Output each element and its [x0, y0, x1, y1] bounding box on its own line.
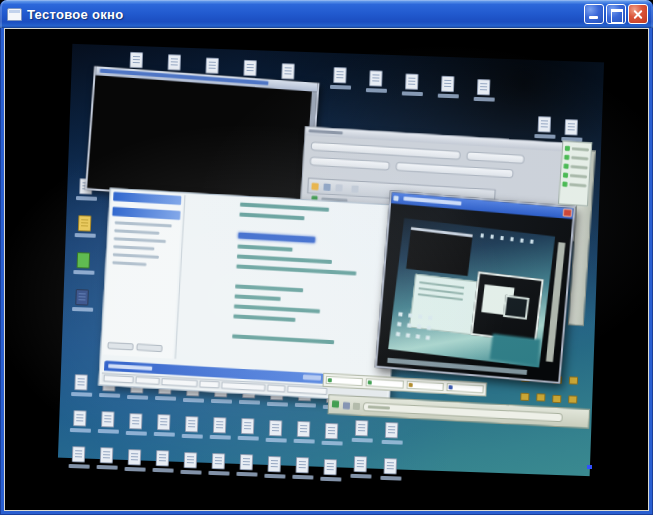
code-line: [239, 212, 304, 220]
recursive-test-window: [375, 190, 576, 384]
code-line: [233, 314, 295, 322]
toolbar-field: [466, 151, 524, 164]
recursive-icon-dot: [426, 336, 430, 340]
desktop-icon: [441, 76, 455, 92]
contact-name-blob: [571, 156, 588, 160]
desktop-icon: [568, 395, 577, 403]
selected-code-line: [238, 232, 315, 243]
recursive-nested-window: [470, 271, 543, 343]
desktop-icon: [184, 452, 198, 468]
statusbar-segment: [267, 384, 285, 392]
recursive-icon-dot: [520, 238, 523, 242]
maximize-button[interactable]: [606, 4, 626, 24]
desktop-icon: [536, 394, 545, 402]
recursive-icon-dot: [418, 314, 422, 318]
recursive-icon-dot: [428, 316, 432, 320]
desktop-icon: [129, 413, 143, 429]
desktop-icon: [405, 73, 419, 89]
ide-panel-header: [113, 192, 181, 205]
statusbar-segment: [103, 375, 133, 384]
contact-row: [565, 146, 589, 153]
app-window: Тестовое окно: [0, 0, 653, 515]
recursive-video-feed: [377, 203, 573, 381]
strip-segment: [406, 381, 444, 391]
strip-segment: [446, 383, 484, 393]
desktop-icon: [324, 458, 338, 474]
recursive-console-window: [406, 227, 473, 276]
recursive-icon-dot: [416, 334, 420, 338]
recursive-icon-dot: [397, 322, 401, 326]
recursive-icon-dot: [427, 326, 431, 330]
desktop-icon: [128, 449, 142, 465]
contact-row: [563, 173, 587, 180]
code-line: [235, 284, 303, 292]
panel-list-line: [114, 237, 166, 243]
recursive-icon-dot: [510, 237, 513, 241]
contact-row: [564, 155, 588, 162]
desktop-icon: [269, 420, 283, 436]
desktop-icon: [565, 119, 579, 135]
recursive-icon-dot: [406, 333, 410, 337]
code-line: [240, 202, 329, 211]
online-status-icon: [563, 164, 568, 169]
ide-window: [98, 188, 401, 403]
ide-left-panel: [103, 191, 183, 359]
ide-panel-header: [112, 207, 180, 220]
contact-name-blob: [571, 165, 588, 169]
strip-segment: [366, 378, 404, 388]
desktop-icon: [355, 420, 369, 436]
panel-list-line: [114, 229, 159, 235]
online-status-icon: [562, 182, 567, 187]
video-feed: [4, 28, 649, 511]
contact-name-blob: [572, 147, 589, 151]
statusbar-segment: [287, 386, 327, 395]
minimize-button[interactable]: [584, 4, 604, 24]
recursive-icon-dot: [407, 323, 411, 327]
recursive-nested-dark-window: [503, 295, 530, 320]
statusbar-segment: [221, 382, 265, 392]
panel-list-line: [113, 253, 159, 259]
strip-segment: [326, 376, 364, 386]
ide-panel-list: [108, 221, 180, 268]
desktop-icon: [185, 416, 199, 432]
toolbar-field: [395, 162, 513, 178]
desktop-icon: [205, 57, 219, 73]
desktop-icon: [354, 456, 368, 472]
recursive-icon-dot: [398, 312, 402, 316]
photographed-monitor-screen: [58, 44, 604, 476]
desktop-icon: [520, 393, 529, 401]
desktop-icon: [74, 374, 88, 390]
desktop-icon: [268, 456, 282, 472]
desktop-icon: [101, 411, 115, 427]
online-status-icon: [565, 146, 570, 151]
code-line: [235, 294, 281, 301]
ide-tab: [107, 342, 133, 351]
desktop-icon: [477, 79, 491, 95]
recursive-icon-dot: [500, 236, 503, 240]
panel-list-line: [112, 261, 146, 266]
window-titlebar[interactable]: Тестовое окно: [0, 0, 653, 28]
desktop-icon: [156, 450, 170, 466]
contact-row: [562, 182, 586, 189]
desktop-icon: [78, 215, 92, 231]
contact-name-blob: [569, 183, 586, 187]
desktop-icon: [73, 410, 87, 426]
recursive-teal-desktop: [490, 334, 541, 366]
desktop-icon: [168, 55, 182, 71]
code-line: [234, 304, 320, 313]
code-line: [232, 334, 334, 344]
desktop-icon: [241, 418, 255, 434]
statusbar-segment: [161, 378, 197, 387]
desktop-icon: [72, 446, 86, 462]
desktop-icon: [281, 63, 295, 79]
desktop-icon: [333, 67, 347, 83]
desktop-icon: [538, 116, 552, 132]
recursive-icon-row: [480, 233, 533, 243]
console-window: [85, 66, 320, 207]
window-title: Тестовое окно: [27, 7, 584, 22]
contact-row: [563, 164, 587, 171]
recursive-close-icon: [563, 208, 573, 217]
recursive-icon-dot: [480, 233, 483, 237]
code-line: [237, 254, 333, 264]
close-button[interactable]: [628, 4, 648, 24]
